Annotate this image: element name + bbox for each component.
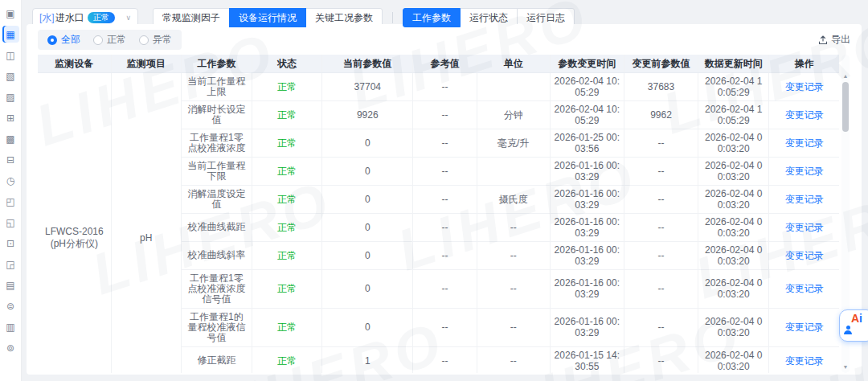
update-time-cell: 2026-02-04 00:03:20 bbox=[698, 213, 769, 241]
status-cell: 正常 bbox=[252, 346, 322, 373]
current-value-cell: 0 bbox=[322, 213, 413, 241]
sidebar-icon-14[interactable]: ▤ bbox=[2, 277, 19, 293]
column-header: 参考值 bbox=[413, 55, 477, 72]
update-time-cell: 2026-02-04 00:03:20 bbox=[698, 269, 769, 308]
export-button[interactable]: 导出 bbox=[818, 33, 850, 47]
sidebar-icon-15[interactable]: ⊜ bbox=[2, 297, 19, 314]
param-cell: 消解温度设定值 bbox=[181, 185, 252, 213]
unit-cell: 摄氏度 bbox=[477, 185, 550, 213]
unit-cell: -- bbox=[477, 346, 550, 373]
change-record-link[interactable]: 变更记录 bbox=[785, 355, 824, 367]
change-record-link[interactable]: 变更记录 bbox=[785, 283, 824, 294]
export-label: 导出 bbox=[831, 33, 850, 47]
sidebar-icon-10[interactable]: ◰ bbox=[2, 193, 19, 210]
param-cell: 工作量程1零点校准液浓度 bbox=[181, 129, 252, 157]
scroll-down-arrow-icon[interactable]: ▼ bbox=[841, 363, 850, 371]
change-time-cell: 2026-01-16 00:03:29 bbox=[550, 213, 624, 241]
change-record-link[interactable]: 变更记录 bbox=[785, 81, 824, 92]
unit-cell: -- bbox=[477, 241, 550, 269]
previous-value-cell: 37683 bbox=[624, 72, 698, 100]
param-cell: 工作量程1的量程校准液信号值 bbox=[181, 308, 252, 346]
radio-label: 异常 bbox=[153, 33, 172, 47]
table-zone: 监测设备监测项目工作参数状态当前参数值参考值单位参数变更时间变更前参数值数据更新… bbox=[38, 55, 850, 373]
column-header: 单位 bbox=[477, 55, 550, 72]
scrollbar-thumb[interactable] bbox=[842, 82, 849, 132]
status-cell: 正常 bbox=[252, 72, 322, 100]
reference-value-cell: -- bbox=[413, 185, 477, 213]
previous-value-cell: 9962 bbox=[624, 100, 698, 129]
action-cell: 变更记录 bbox=[769, 308, 839, 346]
sidebar-icon-12[interactable]: ⊡ bbox=[2, 235, 19, 252]
change-record-link[interactable]: 变更记录 bbox=[785, 322, 824, 333]
action-cell: 变更记录 bbox=[769, 185, 839, 213]
change-record-link[interactable]: 变更记录 bbox=[785, 194, 824, 205]
action-cell: 变更记录 bbox=[769, 100, 839, 129]
sidebar-icon-4[interactable]: ▧ bbox=[2, 68, 19, 84]
sidebar-icon-3[interactable]: ◫ bbox=[2, 47, 19, 63]
current-value-cell: 0 bbox=[322, 157, 413, 185]
sidebar-icon-8[interactable]: ⊟ bbox=[2, 151, 19, 168]
action-cell: 变更记录 bbox=[769, 213, 839, 241]
sidebar-icon-5[interactable]: ▨ bbox=[2, 88, 19, 105]
sidebar-icon-2[interactable]: ▦ bbox=[2, 26, 19, 43]
current-value-cell: 37704 bbox=[322, 72, 413, 100]
ai-assistant-button[interactable]: Ai bbox=[839, 309, 868, 342]
previous-value-cell: -- bbox=[624, 308, 698, 346]
export-icon bbox=[818, 35, 828, 45]
left-sidebar: ▣▦◫▧▨⊞▩⊟◷◰◱⊡◲▤⊜▥⊚ bbox=[0, 0, 22, 381]
sidebar-icon-16[interactable]: ▥ bbox=[2, 318, 19, 335]
column-header: 参数变更时间 bbox=[550, 55, 624, 72]
update-time-cell: 2026-02-04 00:03:20 bbox=[698, 185, 769, 213]
column-header: 工作参数 bbox=[181, 55, 252, 72]
update-time-cell: 2026-02-04 00:03:20 bbox=[698, 308, 769, 346]
action-cell: 变更记录 bbox=[769, 72, 839, 100]
radio-icon bbox=[139, 35, 149, 45]
card-header: 全部正常异常 导出 bbox=[27, 24, 862, 55]
table-body: LFWCS-2016(pH分析仪)pH当前工作量程上限正常37704--2026… bbox=[38, 72, 839, 373]
sidebar-icon-9[interactable]: ◷ bbox=[2, 172, 19, 189]
filter-radio-1[interactable]: 全部 bbox=[47, 33, 80, 47]
action-cell: 变更记录 bbox=[769, 346, 839, 373]
sidebar-icon-1[interactable]: ▣ bbox=[2, 5, 19, 22]
action-cell: 变更记录 bbox=[769, 129, 839, 157]
sidebar-icon-6[interactable]: ⊞ bbox=[2, 109, 19, 126]
reference-value-cell: -- bbox=[413, 72, 477, 100]
filter-radio-3[interactable]: 异常 bbox=[139, 33, 172, 47]
change-record-link[interactable]: 变更记录 bbox=[785, 109, 824, 121]
update-time-cell: 2026-02-04 00:03:20 bbox=[698, 157, 769, 185]
radio-icon bbox=[47, 35, 57, 45]
scroll-up-arrow-icon[interactable]: ▲ bbox=[841, 72, 850, 80]
tab-2-1[interactable]: 工作参数 bbox=[403, 8, 461, 27]
change-time-cell: 2026-01-16 00:03:29 bbox=[550, 269, 624, 308]
column-header: 监测项目 bbox=[111, 55, 181, 72]
change-record-link[interactable]: 变更记录 bbox=[785, 166, 824, 177]
reference-value-cell: -- bbox=[413, 213, 477, 241]
reference-value-cell: -- bbox=[413, 308, 477, 346]
update-time-cell: 2026-02-04 00:03:20 bbox=[698, 129, 769, 157]
previous-value-cell: -- bbox=[624, 157, 698, 185]
column-header: 操作 bbox=[769, 55, 839, 72]
sidebar-icon-13[interactable]: ◲ bbox=[2, 256, 19, 272]
change-record-link[interactable]: 变更记录 bbox=[785, 137, 824, 149]
tab-1-2[interactable]: 设备运行情况 bbox=[229, 8, 306, 27]
change-time-cell: 2026-01-16 00:03:29 bbox=[550, 241, 624, 269]
table-header-row: 监测设备监测项目工作参数状态当前参数值参考值单位参数变更时间变更前参数值数据更新… bbox=[38, 55, 839, 72]
update-time-cell: 2026-02-04 10:05:29 bbox=[698, 100, 769, 129]
filter-radio-2[interactable]: 正常 bbox=[93, 33, 126, 47]
current-value-cell: 1 bbox=[322, 346, 413, 373]
sidebar-icon-17[interactable]: ⊚ bbox=[2, 339, 19, 356]
param-cell: 当前工作量程下限 bbox=[181, 157, 252, 185]
sidebar-icon-7[interactable]: ▩ bbox=[2, 130, 19, 147]
radio-label: 全部 bbox=[61, 33, 80, 47]
previous-value-cell: -- bbox=[624, 241, 698, 269]
current-value-cell: 0 bbox=[322, 185, 413, 213]
change-record-link[interactable]: 变更记录 bbox=[785, 222, 824, 233]
device-cell: LFWCS-2016(pH分析仪) bbox=[38, 72, 111, 373]
change-record-link[interactable]: 变更记录 bbox=[785, 250, 824, 261]
column-header: 当前参数值 bbox=[322, 55, 413, 72]
current-value-cell: 0 bbox=[322, 129, 413, 157]
unit-cell: 毫克/升 bbox=[477, 129, 550, 157]
reference-value-cell: -- bbox=[413, 100, 477, 129]
sidebar-icon-11[interactable]: ◱ bbox=[2, 214, 19, 231]
station-status-badge: 正常 bbox=[88, 12, 115, 23]
